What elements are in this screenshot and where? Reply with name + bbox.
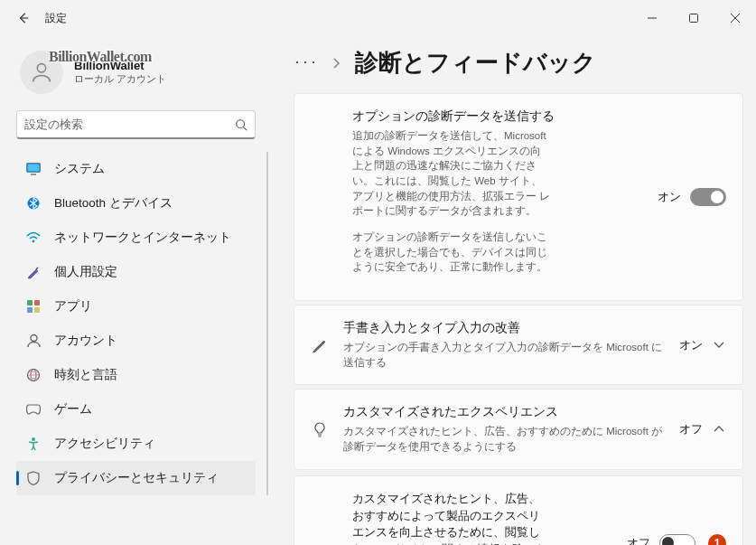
shield-icon [25, 470, 42, 486]
svg-rect-5 [28, 164, 40, 172]
profile-name: BillionWallet [74, 59, 166, 72]
nav-label: 個人用設定 [54, 264, 117, 280]
nav-item-time-language[interactable]: 時刻と言語 [16, 358, 256, 392]
breadcrumb: ･･･ 診断とフィードバック [294, 47, 743, 79]
nav-item-network[interactable]: ネットワークとインターネット [16, 221, 256, 255]
bulb-icon [312, 421, 328, 437]
card-note: オプションの診断データを送信しないことを選択した場合でも、デバイスは同じように安… [352, 230, 551, 275]
nav-label: システム [54, 161, 105, 177]
profile-sub: ローカル アカウント [74, 72, 166, 86]
avatar [20, 51, 63, 94]
close-icon [730, 13, 741, 23]
maximize-icon [688, 13, 699, 23]
globe-icon [25, 367, 42, 383]
nav-list: システム Bluetooth とデバイス ネットワークとインターネット 個人用設… [16, 152, 272, 495]
bluetooth-icon [25, 195, 42, 211]
arrow-left-icon [17, 12, 30, 24]
card-title: カスタマイズされたエクスペリエンス [343, 404, 665, 420]
nav-item-privacy[interactable]: プライバシーとセキュリティ [16, 461, 256, 495]
nav-scrollbar[interactable] [266, 152, 268, 495]
svg-point-2 [237, 119, 245, 127]
chevron-up-icon [712, 426, 726, 433]
card-tailored-toggle: カスタマイズされたヒント、広告、おすすめによって製品のエクスペリエンスを向上させ… [294, 475, 743, 545]
sidebar: BillionWallet ローカル アカウント BillionWallet.c… [0, 36, 275, 545]
minimize-button[interactable] [631, 4, 673, 33]
svg-rect-11 [34, 307, 40, 313]
svg-rect-0 [690, 14, 698, 23]
account-icon [25, 333, 42, 349]
card-title: オプションの診断データを送信する [352, 108, 643, 125]
nav-label: アクセシビリティ [54, 436, 155, 452]
app-title: 設定 [45, 11, 67, 26]
main-content: ･･･ 診断とフィードバック オプションの診断データを送信する 追加の診断データ… [275, 36, 756, 545]
pen-icon [312, 337, 328, 353]
card-title: 手書き入力とタイプ入力の改善 [343, 320, 665, 336]
titlebar: 設定 [0, 0, 756, 36]
nav-label: ゲーム [54, 401, 92, 418]
svg-point-1 [37, 64, 45, 72]
search-icon [235, 118, 247, 131]
state-label: オン [679, 337, 703, 353]
svg-point-12 [31, 335, 37, 342]
card-desc: カスタマイズされたヒント、広告、おすすめのために Microsoft が診断デー… [343, 424, 665, 454]
nav-item-accounts[interactable]: アカウント [16, 324, 256, 358]
nav-label: ネットワークとインターネット [54, 230, 231, 246]
close-button[interactable] [714, 4, 756, 33]
card-desc: 追加の診断データを送信して、Microsoft による Windows エクスペ… [352, 128, 551, 219]
nav-item-gaming[interactable]: ゲーム [16, 392, 256, 427]
svg-point-15 [32, 437, 35, 441]
nav-label: プライバシーとセキュリティ [54, 470, 219, 486]
breadcrumb-more[interactable]: ･･･ [294, 55, 318, 71]
nav-label: 時刻と言語 [54, 367, 117, 383]
toggle-tailored[interactable] [659, 534, 695, 545]
accessibility-icon [25, 436, 42, 452]
maximize-button[interactable] [673, 4, 714, 33]
annotation-badge: 1 [708, 534, 726, 545]
card-optional-diag: オプションの診断データを送信する 追加の診断データを送信して、Microsoft… [294, 93, 743, 301]
card-desc: オプションの手書き入力とタイプ入力の診断データを Microsoft に送信する [343, 340, 665, 370]
svg-point-7 [33, 240, 35, 243]
nav-label: アカウント [54, 333, 117, 349]
svg-rect-8 [27, 300, 33, 305]
wifi-icon [25, 230, 42, 246]
nav-item-bluetooth[interactable]: Bluetooth とデバイス [16, 186, 256, 221]
paint-icon [25, 264, 42, 280]
profile-block[interactable]: BillionWallet ローカル アカウント BillionWallet.c… [16, 45, 272, 107]
card-title: カスタマイズされたヒント、広告、おすすめによって製品のエクスペリエンスを向上させ… [352, 491, 551, 545]
search-box[interactable] [16, 110, 256, 139]
game-icon [25, 401, 42, 418]
person-icon [29, 60, 54, 85]
state-label: オフ [627, 535, 650, 545]
nav-item-personalization[interactable]: 個人用設定 [16, 255, 256, 289]
page-title: 診断とフィードバック [355, 47, 596, 79]
search-input[interactable] [24, 117, 235, 131]
nav-label: アプリ [54, 298, 92, 315]
chevron-down-icon [712, 342, 726, 349]
svg-rect-10 [27, 307, 33, 313]
monitor-icon [25, 161, 42, 177]
minimize-icon [647, 13, 658, 23]
toggle-state-label: オン [658, 189, 681, 205]
svg-rect-9 [34, 300, 40, 305]
chevron-right-icon [332, 57, 341, 70]
nav-item-system[interactable]: システム [16, 152, 256, 186]
card-inking-typing[interactable]: 手書き入力とタイプ入力の改善 オプションの手書き入力とタイプ入力の診断データを … [294, 305, 743, 385]
toggle-optional-diag[interactable] [690, 188, 726, 206]
back-button[interactable] [9, 4, 38, 33]
state-label: オフ [679, 421, 703, 437]
nav-item-accessibility[interactable]: アクセシビリティ [16, 427, 256, 461]
nav-item-apps[interactable]: アプリ [16, 289, 256, 324]
card-tailored-experiences[interactable]: カスタマイズされたエクスペリエンス カスタマイズされたヒント、広告、おすすめのた… [294, 389, 743, 469]
nav-label: Bluetooth とデバイス [54, 195, 173, 211]
apps-icon [25, 298, 42, 315]
